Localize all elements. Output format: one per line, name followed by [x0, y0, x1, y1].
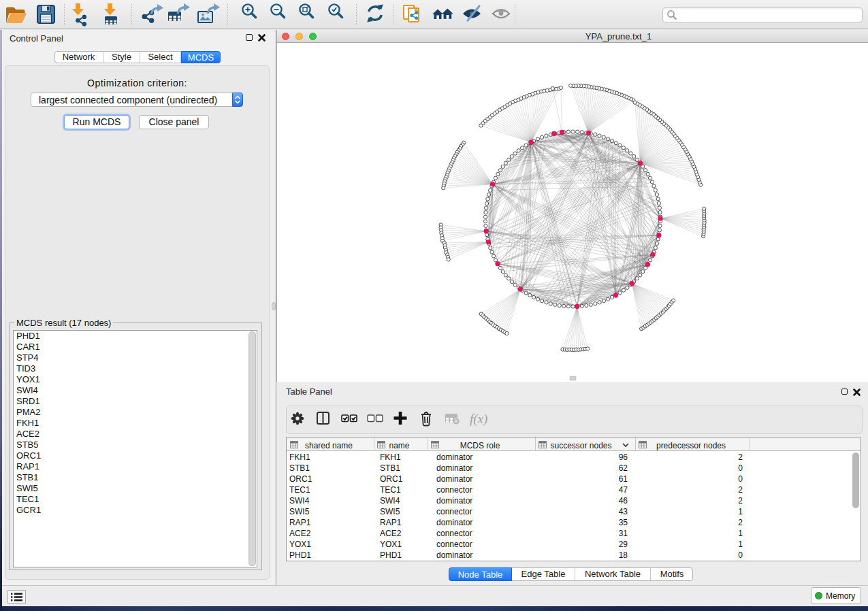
svg-text:f(x): f(x) — [470, 412, 487, 427]
